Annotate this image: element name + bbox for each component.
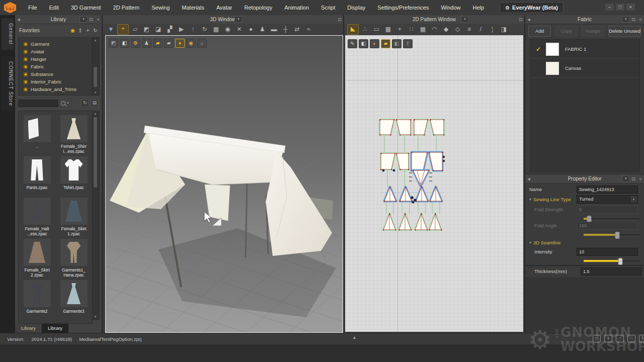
pattern-panel-row2[interactable] [381, 152, 445, 186]
pin-icon[interactable]: ◄ [15, 17, 22, 22]
pattern-triangle-row1[interactable] [384, 187, 442, 204]
chevron-down-icon[interactable]: ▾ [79, 16, 88, 23]
select-move-icon[interactable]: + [117, 24, 129, 35]
pin-icon[interactable]: ◄ [525, 176, 532, 182]
minimize-icon[interactable]: – [605, 4, 614, 11]
assign-button[interactable]: Assign [582, 26, 604, 37]
everywear-button[interactable]: ⚙ EveryWear (Beta) [500, 2, 564, 13]
menu-item[interactable]: Retopology [238, 0, 279, 15]
rectangle-icon[interactable]: ▩ [383, 25, 393, 34]
avatar-show-icon[interactable]: ♟ [142, 39, 151, 48]
close-icon[interactable]: × [637, 17, 644, 22]
import-icon[interactable]: ↥ [77, 28, 84, 33]
seam-icon[interactable]: ◆ [441, 25, 451, 34]
pin-tool-icon[interactable]: ◉ [222, 25, 233, 34]
favorites-scrollbar[interactable]: ▴ ▾ [92, 37, 100, 96]
dark-garment-icon[interactable]: ◩ [109, 39, 118, 48]
garment-white-icon[interactable]: ◧ [359, 39, 368, 48]
list-view-icon[interactable]: ▤ [91, 99, 99, 107]
popout-icon[interactable]: ⊡ [88, 17, 95, 22]
avatar-skin-icon[interactable]: ● [175, 39, 185, 48]
grading-icon[interactable]: ▦ [418, 25, 428, 34]
fabric-row[interactable]: Canvas [531, 59, 639, 78]
name-input[interactable]: Sewing_1424913 [577, 186, 638, 194]
sphere-icon[interactable]: ● [246, 25, 256, 34]
light-garment-icon[interactable]: ◧ [120, 39, 129, 48]
library-item[interactable]: Pants.zpac [19, 156, 55, 196]
pen-icon[interactable]: ✎ [348, 39, 357, 48]
notch-icon[interactable]: ∷ [406, 25, 417, 34]
copy-button[interactable]: Copy [555, 26, 578, 37]
avatar-tool-icon[interactable]: ↑ [188, 25, 198, 34]
record-icon[interactable]: ▶ [176, 25, 187, 34]
popout-icon[interactable]: ⊡ [630, 176, 637, 182]
close-icon[interactable]: × [637, 176, 644, 182]
fold-strength-slider[interactable] [584, 216, 640, 222]
scroll-down-icon[interactable]: ▾ [93, 314, 98, 319]
tab-general[interactable]: General [2, 18, 14, 50]
fabric-yellow-icon[interactable]: ▰ [153, 39, 163, 48]
pin-icon[interactable]: ◄ [525, 17, 532, 22]
menu-item[interactable]: Materials [176, 0, 210, 15]
tab-library-2[interactable]: Library [42, 324, 68, 333]
items-scrollbar[interactable]: ▴ ▾ [92, 111, 100, 320]
fold-angle-input[interactable]: 180 [577, 222, 638, 230]
scroll-down-icon[interactable]: ▾ [93, 90, 98, 95]
library-item[interactable]: Garments3 [55, 280, 92, 319]
fold-garment-icon[interactable]: ◪ [153, 25, 164, 34]
fabric-row[interactable]: ✓ FABRIC 1 [531, 40, 639, 59]
add-button[interactable]: Add [528, 26, 551, 37]
menu-item[interactable]: Help [467, 0, 491, 15]
transform-icon[interactable]: ◣ [347, 24, 359, 35]
menu-item[interactable]: Window [435, 0, 466, 15]
grid-icon[interactable]: ▦ [211, 25, 221, 34]
2d-viewport[interactable]: ✎◧◐▰◧↥ [345, 35, 523, 332]
menu-item[interactable]: Avatar [210, 0, 238, 15]
popout-icon[interactable]: ⊡ [630, 17, 637, 22]
search-input[interactable] [18, 100, 58, 107]
library-item[interactable]: .. [19, 115, 55, 154]
sewing-line-type-dropdown[interactable]: Turned ▾ [577, 195, 638, 204]
move-garment-icon[interactable]: ◩ [141, 25, 152, 34]
search-icon[interactable] [61, 101, 65, 106]
library-item[interactable]: Garments1_ Hana.zpac [55, 239, 92, 278]
favorite-item[interactable]: Interior_Fabric [19, 78, 92, 85]
curve-icon[interactable]: ◠ [429, 25, 440, 34]
collapse-icon[interactable]: ▾ [529, 197, 531, 202]
favorite-item[interactable]: Hardware_and_Trims [19, 85, 92, 93]
zipper-icon[interactable]: ¦ [487, 25, 498, 34]
close-icon[interactable]: × [626, 4, 635, 11]
close-icon[interactable]: × [95, 17, 102, 22]
menu-item[interactable]: Sewing [145, 0, 176, 15]
collapse-panel-icon[interactable]: ▲ [352, 335, 357, 340]
fold-strength-input[interactable]: 5 [577, 206, 638, 214]
menu-item[interactable]: Animation [278, 0, 315, 15]
delete-unused-button[interactable]: Delete Unused [608, 26, 641, 37]
favorite-item[interactable]: Hanger [19, 55, 92, 63]
swap-icon[interactable]: ⇄ [292, 25, 302, 34]
fabric-swatch-icon[interactable]: ▰ [381, 39, 390, 48]
edit-pattern-icon[interactable]: ∴ [360, 25, 370, 34]
favorite-item[interactable]: Avatar [19, 48, 92, 55]
pleat-icon[interactable]: ◇ [452, 25, 463, 34]
chevron-down-icon[interactable]: ▾ [234, 16, 243, 23]
favorite-item[interactable]: Fabric [19, 63, 92, 70]
texture-circle-icon[interactable]: ◐ [370, 39, 379, 48]
intensity-slider[interactable] [584, 258, 640, 264]
library-item[interactable]: Female_Halt ...ess.zpac [19, 198, 55, 237]
podium-icon[interactable]: ↥ [403, 39, 413, 48]
popout-icon[interactable]: ⊡ [336, 17, 343, 22]
intensity-input[interactable]: 10 [577, 248, 638, 256]
maximize-icon[interactable]: □ [616, 4, 624, 11]
favorite-item[interactable]: Substance [19, 70, 92, 78]
fabric-swatch[interactable] [546, 62, 559, 75]
texture-sphere-icon[interactable]: ◉ [186, 39, 196, 48]
rotate-icon[interactable]: ↻ [199, 25, 210, 34]
flatten-icon[interactable]: ▬ [269, 25, 279, 34]
pattern-panel-row1[interactable] [380, 120, 444, 135]
library-item[interactable]: Female_Skirt 1.zpac [55, 198, 92, 237]
popout-icon[interactable]: ⊡ [517, 17, 524, 22]
menu-item[interactable]: Edit [43, 0, 65, 15]
favorite-icon[interactable]: ◉ [69, 28, 76, 33]
thickness-input[interactable]: 1.5 [581, 267, 642, 276]
